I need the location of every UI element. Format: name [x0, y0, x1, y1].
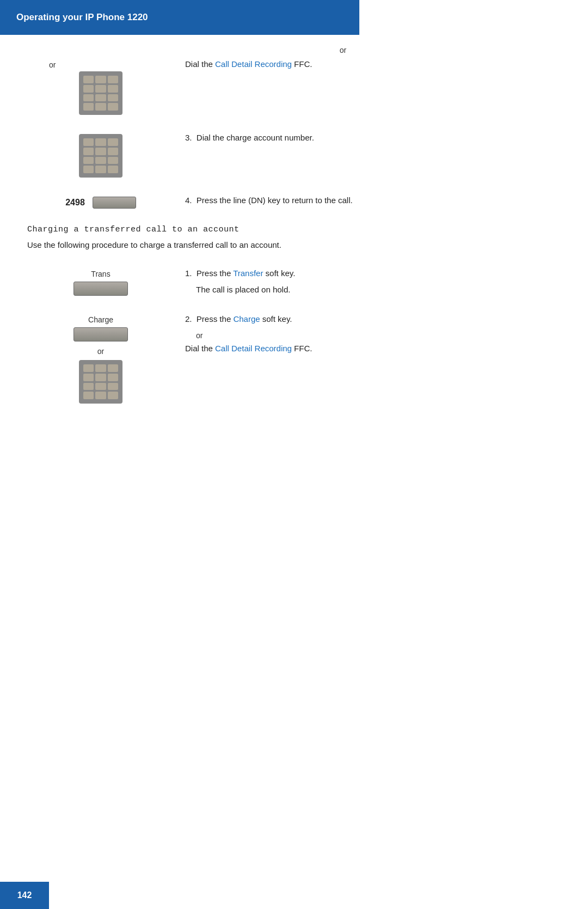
keypad-image-2	[79, 134, 122, 178]
step1-charging-text: 1. Press the Transfer soft key.	[185, 267, 561, 280]
dn-softkey-button[interactable]	[93, 197, 136, 209]
right-col-step1-charging: 1. Press the Transfer soft key. The call…	[174, 267, 561, 296]
keypad-image-3	[79, 360, 122, 404]
row-step4: 2498 4. Press the line (DN) key to retur…	[27, 194, 561, 209]
header-title: Operating your IP Phone 1220	[16, 12, 148, 22]
step1-sub-text: The call is placed on hold.	[185, 283, 561, 296]
key	[108, 157, 118, 164]
key	[108, 383, 118, 391]
call-detail-link[interactable]: Call Detail	[215, 59, 252, 69]
key	[83, 383, 94, 391]
key	[95, 103, 106, 111]
top-or-label: or	[27, 46, 561, 54]
key	[83, 85, 94, 93]
left-col-dn: 2498	[27, 194, 174, 209]
key	[83, 148, 94, 155]
key	[83, 374, 94, 381]
header-bar: Operating your IP Phone 1220	[0, 0, 359, 35]
key	[83, 103, 94, 111]
left-col-keypad2	[27, 131, 174, 178]
key	[83, 138, 94, 146]
key	[108, 76, 118, 83]
right-col-step2-charging: 2. Press the Charge soft key. or Dial th…	[174, 313, 561, 355]
key	[83, 76, 94, 83]
step2-charging-text: 2. Press the Charge soft key.	[185, 313, 561, 326]
charge-softkey-button[interactable]	[74, 327, 128, 341]
key	[108, 148, 118, 155]
page-number: 142	[17, 890, 32, 900]
charge-label: Charge	[88, 315, 113, 324]
key	[83, 364, 94, 372]
left-col-charge: Charge or	[27, 313, 174, 404]
keypad-image-1	[79, 71, 122, 115]
key	[83, 392, 94, 399]
key	[108, 364, 118, 372]
transfer-link[interactable]: Transfer	[233, 269, 263, 278]
key	[108, 94, 118, 102]
key	[95, 148, 106, 155]
key	[95, 374, 106, 381]
key	[83, 94, 94, 102]
key	[95, 157, 106, 164]
key	[95, 94, 106, 102]
key	[95, 76, 106, 83]
main-content: or or Dial the Call Detai	[0, 35, 588, 463]
or-label-step2: or	[196, 331, 561, 340]
trans-softkey-button[interactable]	[74, 282, 128, 296]
or-label-1: or	[49, 60, 56, 69]
row-dial-cdr: or Dial the Call Detail Recording FFC.	[27, 58, 561, 115]
call-detail-recording-link[interactable]: Call Detail Recording	[215, 344, 292, 353]
footer-bar: 142	[0, 882, 49, 909]
key	[83, 166, 94, 173]
key	[95, 85, 106, 93]
key	[108, 166, 118, 173]
right-col-dial: Dial the Call Detail Recording FFC.	[174, 58, 561, 71]
left-col-trans: Trans	[27, 267, 174, 296]
key	[108, 374, 118, 381]
dial-cdr-step2-text: Dial the Call Detail Recording FFC.	[185, 342, 561, 355]
or-label-charge: or	[97, 347, 104, 356]
key	[108, 138, 118, 146]
key	[108, 103, 118, 111]
key	[95, 166, 106, 173]
key	[108, 392, 118, 399]
dial-cdr-text: Dial the Call Detail Recording FFC.	[185, 58, 561, 71]
row-charging-step2: Charge or 2. Press the Charge so	[27, 313, 561, 404]
row-charging-step1: Trans 1. Press the Transfer soft key. Th…	[27, 267, 561, 296]
row-step3: 3. Dial the charge account number.	[27, 131, 561, 178]
step3-text: 3. Dial the charge account number.	[185, 131, 561, 144]
key	[95, 364, 106, 372]
recording-link[interactable]: Recording	[255, 59, 292, 69]
right-col-step3: 3. Dial the charge account number.	[174, 131, 561, 144]
key	[108, 85, 118, 93]
left-col-keypad1: or	[27, 58, 174, 115]
right-col-step4: 4. Press the line (DN) key to return to …	[174, 194, 561, 207]
section-heading: Charging a transferred call to an accoun…	[27, 225, 561, 234]
charge-link[interactable]: Charge	[233, 314, 260, 324]
key	[95, 383, 106, 391]
dn-key-row: 2498	[65, 197, 136, 209]
key	[83, 157, 94, 164]
section-intro: Use the following procedure to charge a …	[27, 239, 561, 252]
key	[95, 138, 106, 146]
dn-number: 2498	[65, 198, 85, 208]
step4-text: 4. Press the line (DN) key to return to …	[185, 194, 561, 207]
key	[95, 392, 106, 399]
trans-label: Trans	[91, 270, 110, 278]
